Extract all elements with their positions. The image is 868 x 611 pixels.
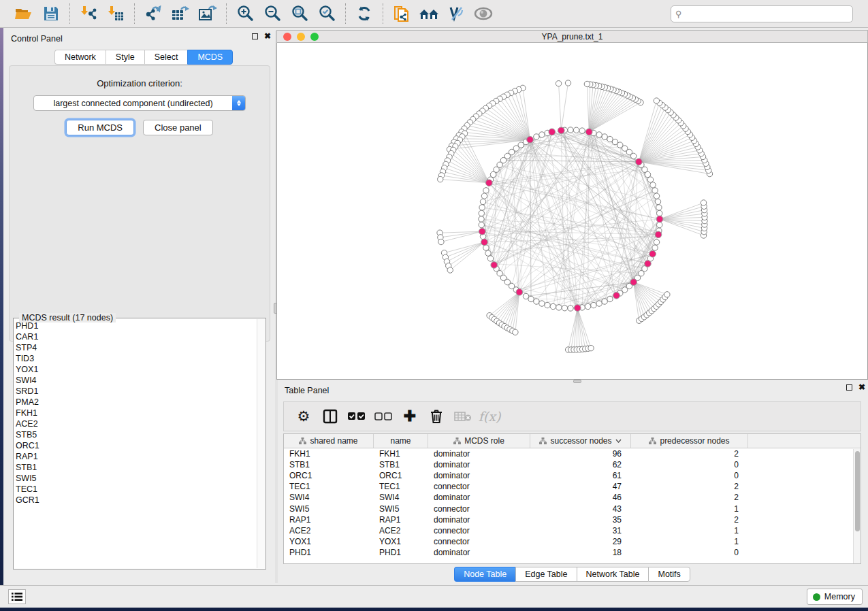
import-network-icon[interactable] — [76, 3, 101, 24]
task-history-button[interactable] — [8, 589, 26, 604]
table-options-icon[interactable]: ⚙ — [293, 406, 314, 427]
table-cell: connector — [428, 537, 530, 546]
table-row[interactable]: ORC1ORC1dominator610 — [284, 470, 861, 481]
column-header-MCDS-role[interactable]: MCDS role — [428, 434, 530, 448]
network-svg — [277, 43, 867, 378]
result-item[interactable]: GCR1 — [16, 495, 256, 506]
table-cell: SWI5 — [374, 504, 428, 514]
result-item[interactable]: STP4 — [16, 342, 256, 353]
result-item[interactable]: PMA2 — [16, 397, 256, 408]
table-cell: 35 — [530, 515, 631, 525]
table-cell: STB1 — [374, 460, 428, 469]
zoom-out-icon[interactable] — [260, 3, 285, 24]
column-header-predecessor-nodes[interactable]: predecessor nodes — [631, 434, 748, 448]
memory-button[interactable]: Memory — [807, 589, 863, 605]
tab-edge-table[interactable]: Edge Table — [515, 567, 576, 582]
table-row[interactable]: RAP1RAP1dominator352 — [284, 514, 861, 525]
dropdown-stepper-icon — [232, 96, 245, 110]
close-panel-button[interactable]: Close panel — [143, 120, 213, 135]
table-cell: 2 — [631, 482, 748, 491]
hide-vizmap-icon[interactable] — [444, 3, 468, 24]
result-item[interactable]: ORC1 — [16, 440, 256, 451]
result-item[interactable]: STB5 — [16, 429, 256, 440]
mcds-result-scrollbar[interactable] — [257, 319, 265, 568]
delete-column-icon[interactable] — [426, 406, 447, 427]
table-cell: TEC1 — [284, 482, 374, 491]
mcds-result-list[interactable]: PHD1CAR1STP4TID3YOX1SWI4SRD1PMA2FKH1ACE2… — [16, 320, 256, 567]
result-item[interactable]: TID3 — [16, 353, 256, 364]
result-item[interactable]: SWI4 — [16, 375, 256, 386]
show-columns-icon[interactable] — [320, 406, 340, 427]
table-cell: RAP1 — [374, 515, 428, 525]
export-network-icon[interactable] — [141, 3, 165, 24]
table-scrollbar[interactable] — [853, 449, 861, 563]
memory-status-icon — [813, 593, 820, 601]
control-panel-title: Control Panel — [5, 34, 63, 44]
table-cell: 0 — [631, 548, 748, 557]
close-table-panel-icon[interactable]: ✖ — [858, 384, 865, 391]
table-row[interactable]: FKH1FKH1dominator962 — [284, 448, 861, 459]
float-panel-icon[interactable] — [252, 33, 258, 39]
column-header-name[interactable]: name — [374, 434, 428, 448]
close-panel-icon[interactable]: ✖ — [264, 33, 271, 39]
result-item[interactable]: RAP1 — [16, 451, 256, 462]
show-all-panels-icon[interactable] — [417, 3, 441, 24]
tab-motifs[interactable]: Motifs — [648, 567, 690, 582]
show-graphics-details-icon[interactable] — [471, 3, 496, 24]
table-row[interactable]: SWI5SWI5connector431 — [284, 503, 861, 514]
column-header-successor-nodes[interactable]: successor nodes — [530, 434, 631, 448]
table-cell: YOX1 — [374, 537, 428, 546]
search-input[interactable] — [685, 10, 848, 19]
zoom-in-icon[interactable] — [233, 3, 257, 24]
table-cell: 62 — [530, 460, 631, 469]
result-item[interactable]: CAR1 — [16, 331, 256, 342]
column-header-shared-name[interactable]: shared name — [284, 434, 374, 448]
result-item[interactable]: SRD1 — [16, 386, 256, 397]
optimization-criterion-dropdown[interactable]: largest connected component (undirected) — [33, 95, 246, 111]
zoom-fit-icon[interactable] — [287, 3, 312, 24]
table-cell: dominator — [428, 449, 530, 459]
export-table-icon[interactable] — [168, 3, 193, 24]
tab-select[interactable]: Select — [144, 50, 188, 65]
table-cell: ORC1 — [284, 471, 374, 480]
refresh-view-icon[interactable] — [352, 3, 376, 24]
table-row[interactable]: SWI4SWI4dominator462 — [284, 492, 861, 503]
result-item[interactable]: SWI5 — [16, 473, 256, 484]
save-session-icon[interactable] — [39, 3, 63, 24]
table-row[interactable]: YOX1YOX1connector291 — [284, 536, 861, 547]
table-row[interactable]: STB1STB1dominator620 — [284, 459, 861, 470]
open-file-icon[interactable] — [12, 3, 36, 24]
table-cell: FKH1 — [284, 449, 374, 459]
mcds-tab-content: Optimization criterion: largest connecte… — [9, 65, 270, 342]
result-item[interactable]: STB1 — [16, 462, 256, 473]
result-item[interactable]: YOX1 — [16, 364, 256, 375]
table-row[interactable]: PHD1PHD1dominator180 — [284, 547, 861, 558]
tab-style[interactable]: Style — [106, 50, 144, 65]
clear-all-checkboxes-icon[interactable] — [373, 406, 393, 427]
table-cell: ACE2 — [374, 526, 428, 535]
export-image-icon[interactable] — [195, 3, 220, 24]
run-mcds-button[interactable]: Run MCDS — [66, 120, 134, 135]
import-table-icon[interactable] — [103, 3, 128, 24]
search-box[interactable]: ⚲ — [671, 5, 853, 22]
result-item[interactable]: PHD1 — [16, 320, 256, 331]
table-cell: PHD1 — [374, 548, 428, 557]
tab-mcds[interactable]: MCDS — [187, 50, 233, 65]
tab-node-table[interactable]: Node Table — [454, 567, 515, 582]
tab-network-table[interactable]: Network Table — [577, 567, 649, 582]
result-item[interactable]: FKH1 — [16, 408, 256, 418]
result-item[interactable]: TEC1 — [16, 484, 256, 495]
float-table-panel-icon[interactable] — [846, 384, 852, 391]
zoom-selected-icon[interactable] — [315, 3, 339, 24]
clone-network-icon[interactable] — [389, 3, 414, 24]
table-row[interactable]: TEC1TEC1connector472 — [284, 481, 861, 492]
network-canvas[interactable] — [276, 43, 868, 380]
select-all-checkboxes-icon[interactable] — [347, 406, 367, 427]
table-row[interactable]: ACE2ACE2connector311 — [284, 525, 861, 536]
result-item[interactable]: ACE2 — [16, 418, 256, 429]
network-titlebar[interactable]: YPA_prune.txt_1 — [276, 30, 868, 43]
tab-network[interactable]: Network — [54, 50, 106, 65]
table-cell: 61 — [530, 471, 631, 480]
table-scrollbar-thumb[interactable] — [855, 451, 860, 531]
add-column-icon[interactable]: ✚ — [400, 406, 420, 427]
